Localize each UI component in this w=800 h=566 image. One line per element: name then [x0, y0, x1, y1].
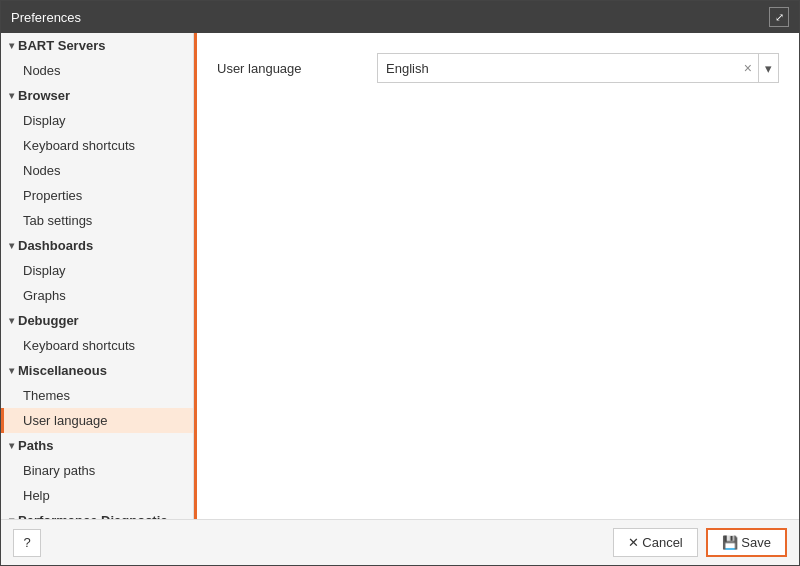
- preferences-dialog: Preferences ⤢ ▾ BART ServersNodes▾ Brows…: [0, 0, 800, 566]
- sidebar-item-0-0[interactable]: Nodes: [1, 58, 193, 83]
- footer-buttons: ✕ Cancel 💾 Save: [613, 528, 787, 557]
- sidebar-item-1-2[interactable]: Nodes: [1, 158, 193, 183]
- sidebar-group-header-5[interactable]: ▾ Paths: [1, 433, 193, 458]
- sidebar-item-1-1[interactable]: Keyboard shortcuts: [1, 133, 193, 158]
- footer: ? ✕ Cancel 💾 Save: [1, 519, 799, 565]
- sidebar-item-1-0[interactable]: Display: [1, 108, 193, 133]
- select-clear-icon[interactable]: ×: [738, 60, 758, 76]
- sidebar-item-5-1[interactable]: Help: [1, 483, 193, 508]
- sidebar-item-1-3[interactable]: Properties: [1, 183, 193, 208]
- sidebar-group-header-1[interactable]: ▾ Browser: [1, 83, 193, 108]
- cancel-button[interactable]: ✕ Cancel: [613, 528, 698, 557]
- sidebar-group-0: ▾ BART ServersNodes: [1, 33, 193, 83]
- expand-button[interactable]: ⤢: [769, 7, 789, 27]
- chevron-icon: ▾: [9, 365, 14, 376]
- titlebar: Preferences ⤢: [1, 1, 799, 33]
- sidebar-item-4-1[interactable]: User language: [1, 408, 193, 433]
- dialog-title: Preferences: [11, 10, 81, 25]
- sidebar-group-header-4[interactable]: ▾ Miscellaneous: [1, 358, 193, 383]
- sidebar-item-2-1[interactable]: Graphs: [1, 283, 193, 308]
- sidebar-group-4: ▾ MiscellaneousThemesUser language: [1, 358, 193, 433]
- sidebar-group-header-2[interactable]: ▾ Dashboards: [1, 233, 193, 258]
- sidebar-group-6: ▾ Performance DiagnosticDisplay: [1, 508, 193, 519]
- language-select[interactable]: English × ▾: [377, 53, 779, 83]
- sidebar-group-header-0[interactable]: ▾ BART Servers: [1, 33, 193, 58]
- sidebar-group-header-3[interactable]: ▾ Debugger: [1, 308, 193, 333]
- sidebar-group-header-6[interactable]: ▾ Performance Diagnostic: [1, 508, 193, 519]
- user-language-label: User language: [217, 61, 377, 76]
- save-button[interactable]: 💾 Save: [706, 528, 787, 557]
- sidebar-item-3-0[interactable]: Keyboard shortcuts: [1, 333, 193, 358]
- chevron-icon: ▾: [9, 90, 14, 101]
- sidebar: ▾ BART ServersNodes▾ BrowserDisplayKeybo…: [1, 33, 194, 519]
- chevron-icon: ▾: [9, 40, 14, 51]
- sidebar-group-2: ▾ DashboardsDisplayGraphs: [1, 233, 193, 308]
- sidebar-item-5-0[interactable]: Binary paths: [1, 458, 193, 483]
- main-panel: User language English × ▾: [194, 33, 799, 519]
- sidebar-item-1-4[interactable]: Tab settings: [1, 208, 193, 233]
- chevron-icon: ▾: [9, 240, 14, 251]
- content-area: ▾ BART ServersNodes▾ BrowserDisplayKeybo…: [1, 33, 799, 519]
- sidebar-group-1: ▾ BrowserDisplayKeyboard shortcutsNodesP…: [1, 83, 193, 233]
- chevron-icon: ▾: [9, 440, 14, 451]
- chevron-icon: ▾: [9, 315, 14, 326]
- sidebar-group-3: ▾ DebuggerKeyboard shortcuts: [1, 308, 193, 358]
- select-arrow-icon[interactable]: ▾: [758, 54, 778, 82]
- user-language-row: User language English × ▾: [217, 53, 779, 83]
- help-button[interactable]: ?: [13, 529, 41, 557]
- sidebar-group-5: ▾ PathsBinary pathsHelp: [1, 433, 193, 508]
- sidebar-item-4-0[interactable]: Themes: [1, 383, 193, 408]
- language-value: English: [378, 61, 738, 76]
- sidebar-item-2-0[interactable]: Display: [1, 258, 193, 283]
